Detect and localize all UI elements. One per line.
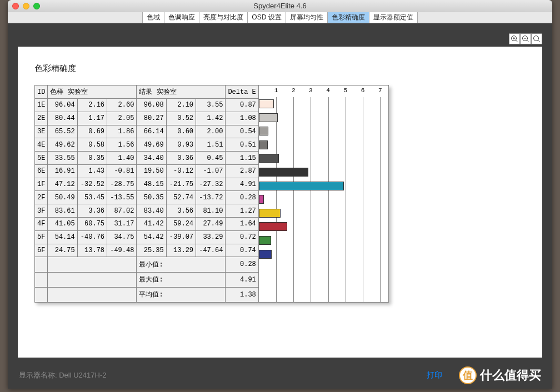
watermark: 值 什么值得买 xyxy=(459,366,541,384)
bar-row xyxy=(259,124,388,138)
bar-row xyxy=(259,152,388,165)
svg-line-1 xyxy=(516,41,518,43)
svg-line-5 xyxy=(527,41,529,43)
table-row: 6F 24.75 13.78-49.48 25.35 13.29-47.640.… xyxy=(35,244,259,257)
app-window: Spyder4Elite 4.6 色域色调响应亮度与对比度OSD 设置屏幕均匀性… xyxy=(8,0,552,389)
minimize-icon[interactable] xyxy=(23,3,29,9)
tab-0[interactable]: 色域 xyxy=(142,12,164,23)
delta-bar xyxy=(259,195,264,204)
content-area: 色彩精确度 ID 色样 实验室 结果 实验室 Delta E 1E 96.04 … xyxy=(8,23,552,389)
zoom-fit-icon[interactable] xyxy=(531,33,542,44)
chart-bars xyxy=(259,97,388,302)
bar-row xyxy=(259,138,388,152)
zoom-toolbar xyxy=(18,33,542,44)
col-id: ID xyxy=(35,86,48,99)
zoom-in-icon[interactable] xyxy=(509,33,520,44)
results-table: ID 色样 实验室 结果 实验室 Delta E 1E 96.04 2.16 2… xyxy=(34,85,259,303)
table-row: 5E 33.55 0.35 1.40 34.40 0.36 0.451.15 xyxy=(35,152,259,165)
tab-4[interactable]: 屏幕均匀性 xyxy=(286,12,328,23)
delta-bar xyxy=(259,222,287,231)
delta-chart: 1234567 xyxy=(259,85,389,303)
maximize-icon[interactable] xyxy=(33,3,40,9)
col-result: 结果 实验室 xyxy=(137,86,226,99)
summary-row: 平均值:1.38 xyxy=(35,287,259,302)
bar-row xyxy=(259,165,388,179)
table-row: 6E 16.91 1.43 -0.81 19.50 -0.12 -1.072.8… xyxy=(35,164,259,178)
table-row: 3F 83.61 3.36 87.02 83.40 3.56 81.101.27 xyxy=(35,204,259,218)
delta-bar xyxy=(259,168,309,177)
col-delta: Delta E xyxy=(226,86,258,99)
watermark-text: 什么值得买 xyxy=(480,367,541,384)
chart-axis: 1234567 xyxy=(259,86,388,97)
delta-bar xyxy=(259,99,274,108)
delta-bar xyxy=(259,154,279,163)
delta-bar xyxy=(259,209,281,218)
bar-row xyxy=(259,179,388,193)
tab-1[interactable]: 色调响应 xyxy=(164,12,199,23)
delta-bar xyxy=(259,250,272,259)
bar-row xyxy=(259,193,388,207)
tab-3[interactable]: OSD 设置 xyxy=(248,12,286,23)
table-row: 3E 65.52 0.69 1.86 66.14 0.60 2.000.54 xyxy=(35,125,259,138)
delta-bar xyxy=(259,236,271,245)
tab-5[interactable]: 色彩精确度 xyxy=(328,12,369,23)
delta-bar xyxy=(259,127,268,135)
svg-line-8 xyxy=(538,41,541,43)
bar-row xyxy=(259,234,388,248)
summary-row: 最小值:0.28 xyxy=(35,257,259,272)
tab-2[interactable]: 亮度与对比度 xyxy=(199,12,248,23)
table-row: 4E 49.62 0.58 1.56 49.69 0.93 1.510.51 xyxy=(35,138,259,152)
table-row: 2E 80.44 1.17 2.05 80.27 0.52 1.421.08 xyxy=(35,112,259,125)
footer: 显示器名称: Dell U2417H-2 打印 值 什么值得买 xyxy=(8,366,552,384)
bar-row xyxy=(259,111,388,125)
bar-row xyxy=(259,220,388,234)
delta-bar xyxy=(259,113,278,122)
bar-row xyxy=(259,248,388,262)
monitor-name: 显示器名称: Dell U2417H-2 xyxy=(19,370,107,380)
table-row: 1E 96.04 2.16 2.60 96.08 2.10 3.550.87 xyxy=(35,99,259,112)
table-row: 5F 54.14-40.76 34.75 54.42-39.07 33.290.… xyxy=(35,230,259,244)
close-icon[interactable] xyxy=(12,3,19,9)
tab-bar: 色域色调响应亮度与对比度OSD 设置屏幕均匀性色彩精确度显示器额定值 xyxy=(8,12,552,23)
window-title: Spyder4Elite 4.6 xyxy=(253,2,306,10)
report-panel: 色彩精确度 ID 色样 实验室 结果 实验室 Delta E 1E 96.04 … xyxy=(18,47,542,358)
summary-row: 最大值:4.91 xyxy=(35,272,259,287)
col-sample: 色样 实验室 xyxy=(48,86,137,99)
zoom-out-icon[interactable] xyxy=(520,33,531,44)
delta-bar xyxy=(259,140,268,149)
tab-6[interactable]: 显示器额定值 xyxy=(369,12,418,23)
table-row: 1F 47.12-32.52-28.75 48.15-21.75-27.324.… xyxy=(35,178,259,191)
titlebar: Spyder4Elite 4.6 xyxy=(8,0,552,12)
watermark-badge-icon: 值 xyxy=(459,366,477,384)
window-controls xyxy=(12,3,40,9)
svg-point-7 xyxy=(534,36,539,41)
bar-row xyxy=(259,97,388,111)
print-button[interactable]: 打印 xyxy=(427,370,442,380)
delta-bar xyxy=(259,182,344,190)
table-row: 2F 50.49 53.45-13.55 50.35 52.74-13.720.… xyxy=(35,191,259,204)
table-row: 4F 41.05 60.75 31.17 41.42 59.24 27.491.… xyxy=(35,218,259,231)
bar-row xyxy=(259,207,388,220)
results-table-wrap: ID 色样 实验室 结果 实验室 Delta E 1E 96.04 2.16 2… xyxy=(34,85,389,303)
report-title: 色彩精确度 xyxy=(34,63,526,74)
